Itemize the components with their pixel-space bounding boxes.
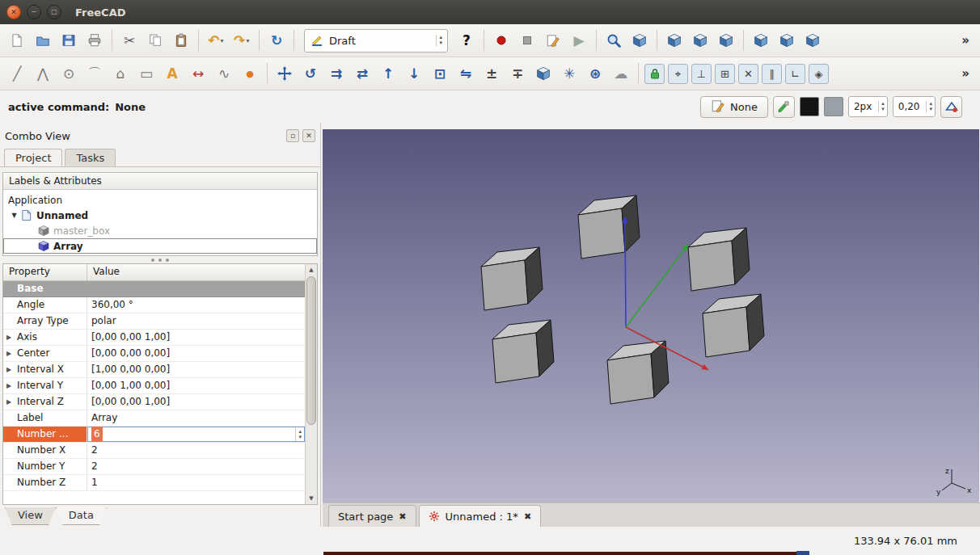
print-button[interactable] [82,28,107,53]
line-width-spin-buttons[interactable]: ▴ ▾ [878,101,887,112]
panel-float-button[interactable]: ▫ [286,129,299,142]
draft-downgrade-button[interactable]: ↓ [402,61,426,86]
panel-splitter-handle[interactable] [0,256,320,263]
cut-button[interactable]: ✂ [117,28,142,53]
expand-arrow-icon[interactable]: ▶ [6,330,11,345]
tab-tasks[interactable]: Tasks [65,149,116,166]
tree-expand-arrow-icon[interactable]: ▼ [10,212,19,219]
zoom-fit-all-button[interactable] [602,28,626,53]
line-width-spinbox[interactable]: 2px ▴ ▾ [848,96,888,117]
snap-endpoint-button[interactable]: ⌖ [668,64,688,84]
draft-bspline-button[interactable]: ∿ [212,61,236,86]
expand-arrow-icon[interactable]: ▶ [6,346,11,361]
bottom-view-button[interactable] [775,28,799,53]
spin-down-icon[interactable]: ▾ [929,107,932,112]
text-scale-spinbox[interactable]: 0,20 ▴ ▾ [893,96,936,117]
toolbar-overflow-button[interactable]: » [955,33,976,48]
text-scale-spin-buttons[interactable]: ▴ ▾ [926,101,935,112]
tree-item-unnamed[interactable]: ▼Unnamed [3,208,317,223]
property-row-label[interactable]: LabelArray [3,410,305,427]
macro-execute-button[interactable]: ▶ [567,28,591,53]
snap-intersection-button[interactable]: ✕ [738,64,758,84]
property-row-interval-z[interactable]: ▶Interval Z[0,00 0,00 1,00] [3,394,305,410]
property-row-number-z[interactable]: Number Z1 [3,475,305,491]
tab-project[interactable]: Project [4,149,62,166]
save-document-button[interactable] [57,28,81,53]
property-row-number-x[interactable]: Number X2 [3,443,305,459]
property-row-center[interactable]: ▶Center[0,00 0,00 0,00] [3,346,305,362]
draft-arc-button[interactable]: ⌒ [82,61,107,86]
expand-arrow-icon[interactable]: ▶ [6,394,11,410]
snap-perpendicular-button[interactable]: ⊥ [691,64,712,84]
macro-record-button[interactable] [489,28,513,53]
bottom-tab-data[interactable]: Data [56,507,107,527]
property-scrollbar[interactable]: ▲ ▼ [305,264,317,504]
scroll-up-arrow-icon[interactable]: ▲ [306,264,317,275]
whats-this-button[interactable]: ? [454,28,479,53]
spin-down-icon[interactable]: ▾ [881,107,885,112]
right-view-button[interactable] [714,28,738,53]
axonometric-view-button[interactable] [627,28,652,53]
apply-style-button[interactable] [773,96,795,118]
macro-edit-button[interactable] [541,28,565,53]
copy-button[interactable] [143,28,167,53]
scroll-down-arrow-icon[interactable]: ▼ [306,493,317,504]
draft-upgrade-button[interactable]: ↑ [376,61,400,86]
front-view-button[interactable] [662,28,686,53]
face-color-swatch[interactable] [824,97,843,116]
property-row-interval-x[interactable]: ▶Interval X[1,00 0,00 0,00] [3,362,305,378]
top-view-button[interactable] [688,28,712,53]
draft-circle-button[interactable]: ⊙ [57,61,81,86]
property-row-array-type[interactable]: Array Typepolar [3,313,305,330]
draft-dimension-button[interactable]: ↔ [186,61,210,86]
draft-point-button[interactable]: ● [238,61,262,86]
workbench-spinner[interactable]: ▴▾ [436,35,445,46]
construction-mode-button[interactable] [940,96,962,118]
doc-tab-close-button[interactable]: ✖ [524,511,531,522]
tree-item-array[interactable]: Array [3,238,317,254]
doc-tab-unnamed-1[interactable]: Unnamed : 1*✖ [419,505,542,527]
titlebar[interactable]: ✕ ─ □ FreeCAD [0,0,980,24]
draft-delete-point-button[interactable]: ∓ [505,61,530,86]
draft-wire-button[interactable]: ⋀ [31,61,55,86]
doc-tab-close-button[interactable]: ✖ [399,511,406,522]
redo-dropdown-arrow[interactable]: ▾ [247,37,250,44]
draft-heal-button[interactable]: ☁ [609,61,633,86]
draft-array-button[interactable]: ✳ [557,61,581,86]
property-column-header[interactable]: Property [3,264,87,280]
draft-offset-button[interactable]: ⇉ [324,61,348,86]
draft-line-button[interactable]: ╱ [5,61,29,86]
draft-rotate-button[interactable]: ↺ [298,61,323,86]
draft-shape2dview-button[interactable] [531,61,555,86]
property-row-angle[interactable]: Angle360,00 ° [3,297,305,313]
expand-arrow-icon[interactable]: ▶ [6,378,11,393]
draft-trim-button[interactable]: ⇄ [350,61,374,86]
spin-down-icon[interactable]: ▾ [439,40,442,46]
left-view-button[interactable] [800,28,825,53]
property-row-number[interactable]: Number ...6▴▾ [3,427,305,443]
paste-button[interactable] [169,28,193,53]
undo-dropdown-arrow[interactable]: ▾ [221,37,224,44]
doc-tab-start-page[interactable]: Start page✖ [328,505,416,527]
workbench-selector[interactable]: Draft▴▾ [304,29,448,53]
property-row-axis[interactable]: ▶Axis[0,00 0,00 1,00] [3,330,305,346]
line-color-swatch[interactable] [800,97,819,116]
macro-stop-button[interactable] [515,28,539,53]
window-minimize-button[interactable]: ─ [27,5,41,19]
property-row-interval-y[interactable]: ▶Interval Y[0,00 1,00 0,00] [3,378,305,394]
snap-ortho-button[interactable]: ∟ [785,64,805,84]
draft-clone-button[interactable]: ⊛ [583,61,607,86]
value-column-header[interactable]: Value [87,264,125,280]
snap-center-button[interactable]: ◈ [809,64,829,84]
window-close-button[interactable]: ✕ [6,5,21,19]
3d-viewport[interactable]: zyx [323,129,980,502]
refresh-button[interactable]: ↻ [264,28,289,53]
expand-arrow-icon[interactable]: ▶ [6,362,11,377]
snap-lock-button[interactable] [644,64,665,84]
undo-button[interactable]: ↶▾ [204,28,228,53]
property-value-editor[interactable]: 6▴▾ [87,427,305,442]
new-document-button[interactable] [5,28,29,53]
snap-parallel-button[interactable]: ∥ [762,64,782,84]
draft-add-point-button[interactable]: ± [479,61,504,86]
property-row-number-y[interactable]: Number Y2 [3,459,305,475]
